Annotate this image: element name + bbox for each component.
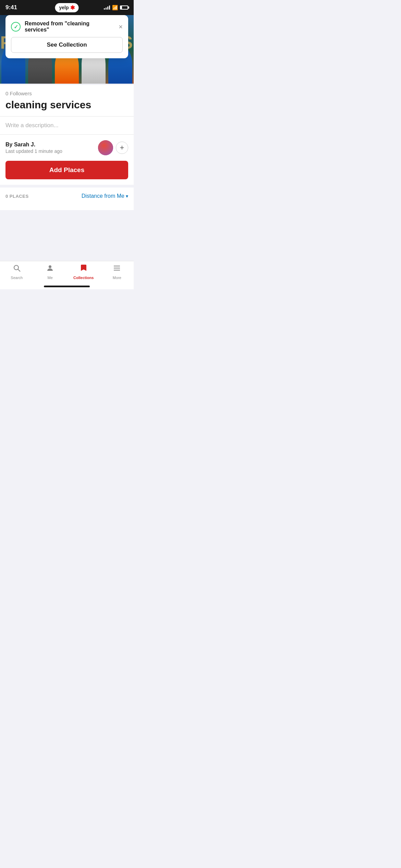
yelp-burst-icon: ✱	[70, 4, 75, 11]
tab-search[interactable]: Search	[0, 264, 34, 280]
places-count: 0 PLACES	[5, 194, 29, 199]
collection-content: 0 Followers cleaning services Write a de…	[0, 85, 134, 185]
status-icons: 📶	[104, 5, 128, 10]
tab-more[interactable]: More	[100, 264, 134, 280]
svg-point-0	[14, 265, 19, 270]
toast-notification: ✓ Removed from "cleaning services" × See…	[5, 15, 128, 58]
see-collection-button[interactable]: See Collection	[11, 37, 123, 53]
checkmark-icon: ✓	[14, 24, 18, 30]
me-tab-icon	[46, 264, 54, 274]
svg-line-1	[18, 269, 20, 272]
search-tab-label: Search	[11, 276, 23, 280]
toast-header: ✓ Removed from "cleaning services" ×	[11, 21, 123, 33]
tab-me[interactable]: Me	[34, 264, 67, 280]
search-tab-icon	[13, 264, 21, 274]
signal-icon	[104, 5, 110, 10]
toast-check-icon: ✓	[11, 22, 21, 32]
places-header: 0 PLACES Distance from Me ▾	[5, 193, 128, 199]
me-tab-label: Me	[48, 276, 53, 280]
toast-message-text: Removed from "cleaning services"	[25, 21, 114, 33]
description-field[interactable]: Write a description...	[5, 117, 128, 134]
sort-chevron-icon: ▾	[126, 193, 128, 199]
wifi-icon: 📶	[112, 5, 118, 10]
svg-point-2	[49, 265, 51, 268]
status-time: 9:41	[5, 4, 17, 11]
follow-button[interactable]: +	[116, 142, 128, 154]
battery-icon	[120, 5, 128, 10]
author-row: By Sarah J. Last updated 1 minute ago +	[5, 135, 128, 161]
collections-tab-icon	[80, 264, 88, 274]
author-info: By Sarah J. Last updated 1 minute ago	[5, 142, 62, 154]
author-avatar	[98, 140, 113, 155]
tab-bar: Search Me Collections More	[0, 261, 134, 289]
avatar-image	[98, 140, 113, 155]
more-tab-label: More	[113, 276, 121, 280]
collections-tab-label: Collections	[73, 276, 94, 280]
yelp-logo-container: yelp ✱	[55, 3, 78, 12]
places-section: 0 PLACES Distance from Me ▾	[0, 188, 134, 210]
tab-collections[interactable]: Collections	[67, 264, 100, 280]
more-tab-icon	[113, 264, 121, 274]
author-name: By Sarah J.	[5, 142, 62, 148]
toast-close-button[interactable]: ×	[119, 23, 123, 30]
home-indicator	[44, 286, 90, 287]
author-actions: +	[98, 140, 128, 155]
followers-count: 0 Followers	[5, 91, 128, 96]
add-places-button[interactable]: Add Places	[5, 161, 128, 179]
sort-button[interactable]: Distance from Me ▾	[82, 193, 128, 199]
sort-label: Distance from Me	[82, 193, 124, 199]
author-updated: Last updated 1 minute ago	[5, 148, 62, 154]
yelp-logo: yelp ✱	[55, 3, 78, 12]
yelp-text: yelp	[59, 5, 69, 10]
status-bar: 9:41 yelp ✱ 📶	[0, 0, 134, 15]
collection-title: cleaning services	[5, 99, 128, 111]
